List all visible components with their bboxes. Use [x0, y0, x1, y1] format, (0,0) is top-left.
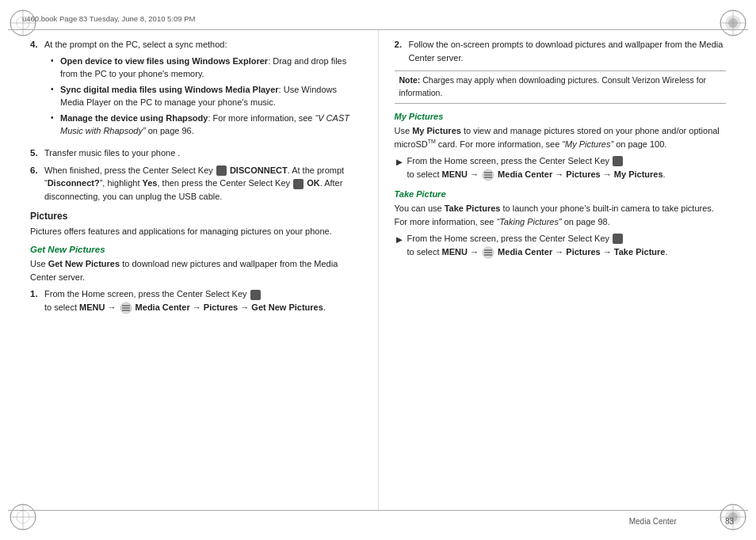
key-icon-ok — [293, 179, 304, 189]
pictures-heading: Pictures — [30, 211, 362, 222]
step6-number: 6. — [30, 164, 44, 203]
bullet3: Manage the device using Rhapsody: For mo… — [51, 112, 362, 138]
pictures-intro: Pictures offers features and application… — [30, 225, 362, 238]
step4-content: At the prompt on the PC, select a sync m… — [44, 38, 362, 143]
take-picture-step: ► From the Home screen, press the Center… — [395, 232, 727, 259]
step2-text: Follow the on-screen prompts to download… — [409, 38, 727, 64]
arrow-bullet-icon-2: ► — [395, 232, 407, 259]
get-new-intro-para: Use Get New Pictures to download new pic… — [30, 257, 362, 284]
trademark-sup: TM — [428, 139, 436, 144]
step-6: 6. When finished, press the Center Selec… — [30, 164, 362, 203]
step-5: 5. Transfer music files to your phone . — [30, 146, 362, 160]
step-4: 4. At the prompt on the PC, select a syn… — [30, 38, 362, 143]
footer-section: Media Center — [629, 517, 677, 526]
my-pictures-heading: My Pictures — [395, 112, 727, 121]
my-pictures-step: ► From the Home screen, press the Center… — [395, 154, 727, 181]
footer-page: 83 — [725, 517, 734, 526]
footer-bar: Media Center 83 — [8, 510, 748, 532]
my-pictures-step-content: From the Home screen, press the Center S… — [407, 154, 666, 181]
numbered-list-steps: 4. At the prompt on the PC, select a syn… — [30, 38, 362, 203]
menu-icon-3 — [482, 246, 494, 259]
get-new-pictures-heading: Get New Pictures — [30, 245, 362, 254]
header-bar: u460.book Page 83 Tuesday, June 8, 2010 … — [8, 8, 748, 30]
get-new-steps: 1. From the Home screen, press the Cente… — [30, 287, 362, 314]
note-box: Note: Charges may apply when downloading… — [395, 70, 727, 104]
menu-icon-1 — [120, 302, 132, 314]
step1-number: 1. — [30, 287, 44, 314]
key-icon-my-pics — [613, 156, 623, 166]
step2-number: 2. — [395, 38, 409, 64]
step5-number: 5. — [30, 146, 44, 160]
take-picture-intro-para: You can use Take Pictures to launch your… — [395, 202, 727, 229]
right-steps: 2. Follow the on-screen prompts to downl… — [395, 38, 727, 64]
content-area: 4. At the prompt on the PC, select a syn… — [8, 30, 748, 510]
right-column: 2. Follow the on-screen prompts to downl… — [379, 30, 749, 510]
get-new-step1: 1. From the Home screen, press the Cente… — [30, 287, 362, 314]
key-icon-take — [613, 234, 623, 244]
my-pictures-intro-para: Use My Pictures to view and manage pictu… — [395, 124, 727, 151]
bullet2: Sync digital media files using Windows M… — [51, 83, 362, 109]
header-text: u460.book Page 83 Tuesday, June 8, 2010 … — [22, 14, 196, 23]
bullet1: Open device to view files using Windows … — [51, 55, 362, 81]
arrow-bullet-icon: ► — [395, 154, 407, 181]
key-icon-disconnect — [216, 165, 227, 176]
step4-number: 4. — [30, 38, 44, 143]
left-column: 4. At the prompt on the PC, select a syn… — [8, 30, 379, 510]
step6-content: When finished, press the Center Select K… — [44, 164, 362, 203]
step1-content: From the Home screen, press the Center S… — [44, 287, 326, 314]
take-picture-heading: Take Picture — [395, 189, 727, 199]
step5-text: Transfer music files to your phone . — [44, 146, 180, 160]
key-icon-home — [250, 290, 261, 300]
take-picture-step-content: From the Home screen, press the Center S… — [407, 232, 668, 259]
menu-icon-2 — [482, 169, 494, 181]
right-step2: 2. Follow the on-screen prompts to downl… — [395, 38, 727, 64]
bullet-list: Open device to view files using Windows … — [51, 55, 362, 138]
